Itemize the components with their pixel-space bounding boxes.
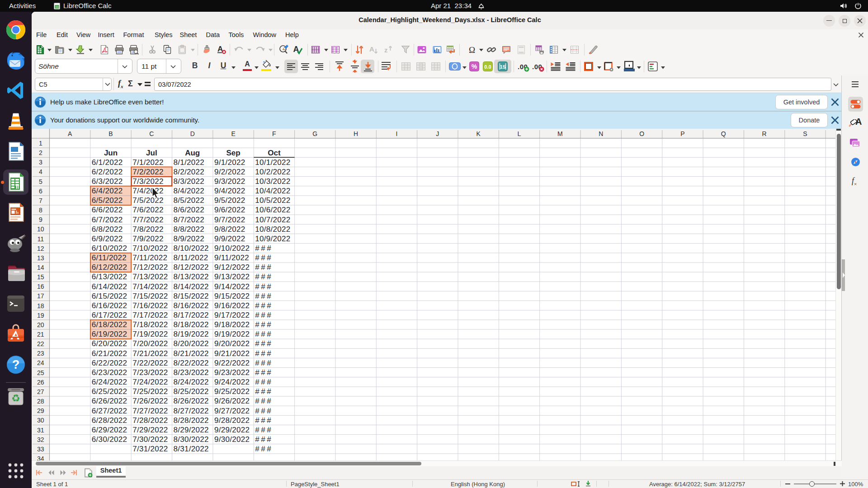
svg-text:###: ### (255, 387, 273, 396)
svg-text:9/27/2022: 9/27/2022 (214, 407, 250, 415)
svg-text:###: ### (255, 378, 273, 386)
svg-text:7: 7 (39, 197, 42, 204)
svg-text:7/1/2022: 7/1/2022 (132, 158, 164, 167)
svg-text:###: ### (255, 445, 273, 453)
svg-text:6/13/2022: 6/13/2022 (92, 272, 127, 281)
svg-text:8/1/2022: 8/1/2022 (174, 158, 205, 167)
svg-text:7/9/2022: 7/9/2022 (132, 235, 164, 243)
svg-text:6/8/2022: 6/8/2022 (92, 225, 123, 234)
svg-text:I: I (396, 130, 398, 137)
svg-text:9/16/2022: 9/16/2022 (214, 301, 250, 310)
svg-text:9/2/2022: 9/2/2022 (214, 168, 245, 176)
svg-text:9/8/2022: 9/8/2022 (214, 225, 245, 234)
svg-text:6/14/2022: 6/14/2022 (92, 282, 127, 291)
svg-text:7/22/2022: 7/22/2022 (132, 359, 168, 367)
svg-text:###: ### (255, 407, 273, 415)
svg-text:6/18/2022: 6/18/2022 (92, 320, 127, 329)
svg-text:14: 14 (37, 264, 44, 271)
svg-text:6/2/2022: 6/2/2022 (92, 168, 123, 176)
svg-text:9/1/2022: 9/1/2022 (214, 158, 245, 167)
svg-text:9/10/2022: 9/10/2022 (214, 244, 250, 253)
svg-text:8/4/2022: 8/4/2022 (174, 187, 205, 195)
svg-text:6/21/2022: 6/21/2022 (92, 349, 127, 358)
svg-text:H: H (354, 130, 358, 137)
svg-text:8/15/2022: 8/15/2022 (174, 292, 209, 300)
svg-text:8/2/2022: 8/2/2022 (174, 168, 205, 176)
svg-text:♻: ♻ (11, 393, 20, 404)
svg-text:6/6/2022: 6/6/2022 (92, 206, 123, 214)
svg-text:Jun: Jun (104, 149, 118, 157)
svg-text:6/1/2022: 6/1/2022 (92, 158, 123, 167)
svg-text:###: ### (255, 330, 273, 338)
svg-text:9/12/2022: 9/12/2022 (214, 263, 250, 272)
svg-text:7/26/2022: 7/26/2022 (132, 397, 168, 405)
svg-text:8/17/2022: 8/17/2022 (174, 311, 209, 319)
svg-text:A: A (68, 130, 72, 137)
svg-text:10/5/2022: 10/5/2022 (255, 196, 290, 205)
svg-text:11: 11 (38, 235, 44, 243)
svg-text:7/24/2022: 7/24/2022 (132, 378, 168, 386)
svg-text:8/27/2022: 8/27/2022 (174, 407, 209, 415)
svg-text:9: 9 (39, 216, 42, 223)
svg-text:8/11/2022: 8/11/2022 (174, 253, 208, 262)
svg-text:8/31/2022: 8/31/2022 (174, 445, 209, 453)
svg-text:6/28/2022: 6/28/2022 (92, 416, 127, 425)
svg-text:12: 12 (37, 245, 44, 252)
svg-text:9/30/2022: 9/30/2022 (214, 435, 250, 444)
svg-text:8/13/2022: 8/13/2022 (174, 272, 209, 281)
svg-text:7/17/2022: 7/17/2022 (132, 311, 168, 319)
svg-text:O: O (639, 130, 644, 137)
svg-text:6/29/2022: 6/29/2022 (92, 426, 127, 434)
svg-text:9/13/2022: 9/13/2022 (214, 272, 250, 281)
svg-text:###: ### (255, 320, 273, 329)
svg-text:6/7/2022: 6/7/2022 (92, 216, 123, 224)
svg-text:9/14/2022: 9/14/2022 (214, 282, 250, 291)
svg-text:6/3/2022: 6/3/2022 (92, 177, 123, 186)
svg-text:###: ### (255, 416, 273, 425)
svg-text:Jul: Jul (146, 149, 157, 157)
svg-text:?: ? (12, 358, 20, 371)
svg-text:6: 6 (39, 188, 42, 195)
svg-text:Oct: Oct (268, 149, 281, 157)
svg-text:###: ### (255, 253, 273, 262)
svg-text:31: 31 (37, 427, 44, 434)
svg-text:8/18/2022: 8/18/2022 (174, 320, 209, 329)
svg-text:20: 20 (37, 321, 44, 328)
svg-text:17: 17 (37, 292, 44, 300)
svg-text:27: 27 (37, 388, 44, 395)
svg-text:6/20/2022: 6/20/2022 (92, 339, 127, 348)
svg-text:Ω: Ω (469, 45, 475, 55)
svg-text:8/19/2022: 8/19/2022 (174, 330, 209, 338)
svg-text:9/29/2022: 9/29/2022 (214, 426, 250, 434)
svg-text:8: 8 (39, 206, 42, 214)
svg-text:8/21/2022: 8/21/2022 (174, 349, 209, 358)
svg-text:18: 18 (37, 302, 44, 310)
svg-text:0.0: 0.0 (484, 64, 491, 70)
svg-text:7/31/2022: 7/31/2022 (132, 445, 168, 453)
svg-text:7/11/2022: 7/11/2022 (132, 253, 167, 262)
svg-text:###: ### (255, 426, 273, 434)
svg-text:Q: Q (721, 130, 726, 137)
svg-text:26: 26 (37, 379, 44, 386)
svg-text:E: E (231, 130, 235, 137)
svg-text:7/21/2022: 7/21/2022 (132, 349, 168, 358)
svg-text:8/14/2022: 8/14/2022 (174, 282, 209, 291)
svg-text:7/7/2022: 7/7/2022 (132, 216, 164, 224)
svg-text:###: ### (255, 359, 273, 367)
svg-text:10/8/2022: 10/8/2022 (255, 225, 290, 234)
svg-text:9/6/2022: 9/6/2022 (214, 206, 245, 214)
svg-text:P: P (680, 130, 684, 137)
svg-text:7/25/2022: 7/25/2022 (132, 387, 168, 396)
svg-text:8/24/2022: 8/24/2022 (174, 378, 209, 386)
svg-text:7/15/2022: 7/15/2022 (132, 292, 168, 300)
svg-text:###: ### (255, 301, 273, 310)
svg-text:8/20/2022: 8/20/2022 (174, 339, 209, 348)
svg-text:6/19/2022: 6/19/2022 (92, 330, 127, 338)
svg-text:3: 3 (39, 159, 42, 166)
svg-text:6/27/2022: 6/27/2022 (92, 407, 127, 415)
svg-text:D: D (190, 130, 195, 137)
svg-text:###: ### (255, 435, 273, 444)
svg-text:8/12/2022: 8/12/2022 (174, 263, 209, 272)
svg-text:10/7/2022: 10/7/2022 (255, 216, 290, 224)
svg-text:8/3/2022: 8/3/2022 (174, 177, 205, 186)
